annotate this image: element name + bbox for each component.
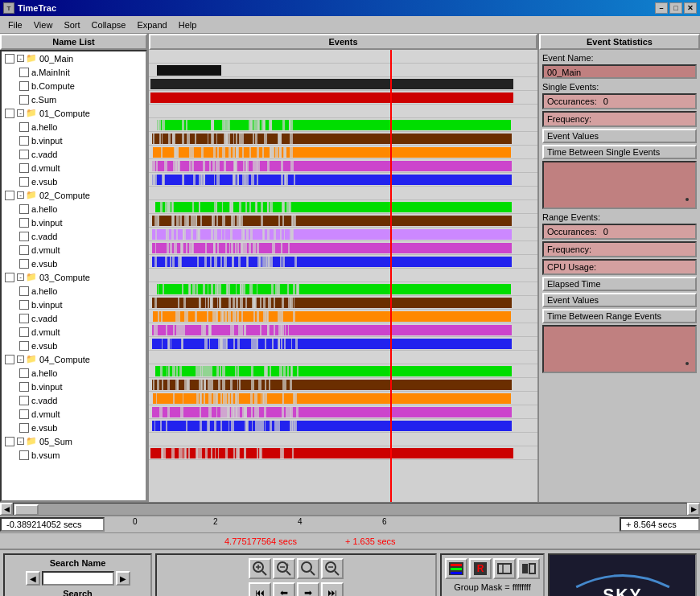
tree-item-a_hello3[interactable]: a.hello: [2, 284, 146, 298]
tree-item-04_Compute[interactable]: -📁04_Compute: [2, 352, 146, 366]
tree-item-c_vadd1[interactable]: c.vadd: [2, 147, 146, 161]
time-between-range-button[interactable]: Time Between Range Events: [542, 309, 697, 323]
event-row-04_Compute[interactable]: [149, 351, 537, 364]
scroll-left-button[interactable]: ◀: [0, 503, 13, 516]
event-row-05_Sum[interactable]: [149, 433, 537, 446]
tree-item-03_Compute[interactable]: -📁03_Compute: [2, 270, 146, 284]
menu-collapse[interactable]: Collapse: [87, 18, 131, 31]
search-next-button[interactable]: ▶: [116, 571, 130, 586]
event-row-b_vinput2[interactable]: [149, 214, 537, 228]
tree-checkbox-e_vsub1[interactable]: [19, 177, 29, 187]
tree-item-02_Compute[interactable]: -📁02_Compute: [2, 188, 146, 202]
scroll-right-button[interactable]: ▶: [687, 503, 700, 516]
event-row-c_vadd4[interactable]: [149, 392, 537, 405]
tree-checkbox-e_vsub4[interactable]: [19, 423, 29, 433]
filter-btn-3[interactable]: [493, 558, 516, 579]
menu-expand[interactable]: Expand: [132, 18, 171, 31]
search-input[interactable]: [42, 571, 114, 586]
zoom-in-button[interactable]: [249, 558, 271, 579]
tree-item-b_vsum[interactable]: b.vsum: [2, 448, 146, 462]
event-values-button[interactable]: Event Values: [542, 129, 697, 143]
tree-item-01_Compute[interactable]: -📁01_Compute: [2, 106, 146, 120]
tree-item-d_vmult3[interactable]: d.vmult: [2, 325, 146, 339]
tree-item-e_vsub3[interactable]: e.vsub: [2, 339, 146, 352]
event-row-00_Main[interactable]: [149, 50, 537, 64]
expand-btn-05_Sum[interactable]: -: [17, 438, 24, 445]
tree-item-b_Compute[interactable]: b.Compute: [2, 79, 146, 92]
event-row-b_Compute[interactable]: [149, 77, 537, 91]
tree-checkbox-01_Compute[interactable]: [5, 109, 14, 118]
tree-item-e_vsub4[interactable]: e.vsub: [2, 421, 146, 434]
tree-checkbox-a_MainInit[interactable]: [19, 68, 29, 77]
step-back-big-button[interactable]: ⏮: [249, 582, 271, 596]
tree-checkbox-b_vsum[interactable]: [19, 450, 29, 460]
maximize-button[interactable]: □: [669, 2, 682, 14]
filter-btn-2[interactable]: R: [469, 558, 492, 579]
tree-checkbox-b_vinput4[interactable]: [19, 382, 29, 392]
tree-item-a_hello1[interactable]: a.hello: [2, 120, 146, 134]
tree-item-b_vinput2[interactable]: b.vinput: [2, 216, 146, 229]
zoom-out-button[interactable]: +: [273, 558, 295, 579]
tree-checkbox-b_vinput2[interactable]: [19, 218, 29, 228]
horizontal-scrollbar[interactable]: ◀ ▶: [0, 502, 700, 515]
event-row-e_vsub3[interactable]: [149, 337, 537, 351]
tree-checkbox-a_hello4[interactable]: [19, 368, 29, 378]
tree-checkbox-04_Compute[interactable]: [5, 355, 14, 364]
step-fwd-button[interactable]: ➡: [297, 582, 319, 596]
event-row-b_vsum[interactable]: [149, 446, 537, 460]
event-row-03_Compute[interactable]: [149, 269, 537, 282]
minimize-button[interactable]: –: [655, 2, 668, 14]
event-row-c_vadd3[interactable]: [149, 310, 537, 323]
scrollbar-track[interactable]: [13, 503, 687, 516]
tree-item-05_Sum[interactable]: -📁05_Sum: [2, 434, 146, 448]
expand-btn-02_Compute[interactable]: -: [17, 191, 24, 199]
event-row-b_vinput1[interactable]: [149, 132, 537, 146]
fit-button[interactable]: [297, 558, 319, 579]
event-row-d_vmult3[interactable]: [149, 323, 537, 337]
event-row-d_vmult1[interactable]: [149, 159, 537, 173]
tree-item-e_vsub1[interactable]: e.vsub: [2, 175, 146, 188]
tree-item-c_vadd4[interactable]: c.vadd: [2, 393, 146, 407]
tree-checkbox-05_Sum[interactable]: [5, 437, 14, 446]
tree-checkbox-c_Sum[interactable]: [19, 95, 29, 105]
event-row-c_Sum[interactable]: [149, 91, 537, 105]
event-row-b_vinput4[interactable]: [149, 378, 537, 392]
event-row-c_vadd1[interactable]: [149, 146, 537, 159]
time-cursor[interactable]: [390, 50, 392, 502]
event-row-02_Compute[interactable]: [149, 187, 537, 200]
filter-btn-4[interactable]: [517, 558, 540, 579]
expand-btn-00_Main[interactable]: -: [17, 55, 24, 62]
events-content[interactable]: [149, 50, 537, 502]
tree-item-a_MainInit[interactable]: a.MainInit: [2, 65, 146, 79]
tree-checkbox-b_vinput1[interactable]: [19, 136, 29, 146]
tree-checkbox-c_vadd4[interactable]: [19, 396, 29, 405]
search-prev-button[interactable]: ◀: [26, 571, 40, 586]
name-list-content[interactable]: -📁00_Maina.MainInitb.Computec.Sum-📁01_Co…: [0, 50, 147, 502]
tree-checkbox-e_vsub3[interactable]: [19, 341, 29, 351]
tree-checkbox-d_vmult2[interactable]: [19, 245, 29, 255]
tree-item-c_vadd2[interactable]: c.vadd: [2, 229, 146, 243]
tree-checkbox-a_hello2[interactable]: [19, 204, 29, 214]
tree-checkbox-c_vadd2[interactable]: [19, 232, 29, 241]
event-row-a_hello1[interactable]: [149, 118, 537, 132]
event-row-e_vsub1[interactable]: [149, 173, 537, 187]
tree-item-e_vsub2[interactable]: e.vsub: [2, 257, 146, 270]
tree-item-b_vinput4[interactable]: b.vinput: [2, 380, 146, 393]
event-row-e_vsub4[interactable]: [149, 419, 537, 433]
event-row-d_vmult4[interactable]: [149, 405, 537, 419]
event-row-d_vmult2[interactable]: [149, 241, 537, 255]
tree-checkbox-d_vmult3[interactable]: [19, 327, 29, 337]
tree-item-d_vmult1[interactable]: d.vmult: [2, 161, 146, 175]
tree-checkbox-d_vmult4[interactable]: [19, 409, 29, 419]
tree-checkbox-a_hello1[interactable]: [19, 122, 29, 132]
expand-btn-03_Compute[interactable]: -: [17, 273, 24, 281]
tree-item-b_vinput3[interactable]: b.vinput: [2, 298, 146, 311]
tree-item-00_Main[interactable]: -📁00_Main: [2, 51, 146, 65]
event-row-a_hello3[interactable]: [149, 282, 537, 296]
menu-view[interactable]: View: [29, 18, 58, 31]
menu-help[interactable]: Help: [174, 18, 202, 31]
tree-checkbox-d_vmult1[interactable]: [19, 163, 29, 173]
tree-checkbox-03_Compute[interactable]: [5, 273, 14, 282]
tree-item-d_vmult4[interactable]: d.vmult: [2, 407, 146, 421]
tree-checkbox-00_Main[interactable]: [5, 54, 14, 64]
